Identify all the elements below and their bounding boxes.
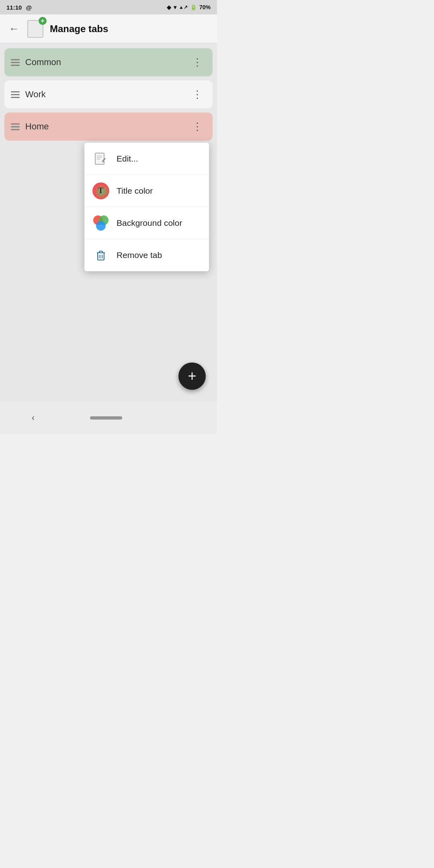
edit-icon (92, 150, 109, 167)
title-color-icon: T (92, 182, 109, 199)
trash-icon (92, 247, 109, 264)
menu-label-background-color: Background color (117, 218, 182, 228)
bg-color-icon (92, 215, 109, 231)
menu-label-title-color: Title color (117, 186, 153, 196)
svg-rect-0 (95, 153, 104, 164)
menu-item-remove-tab[interactable]: Remove tab (84, 239, 209, 271)
context-menu: Edit... T Title color Background color (84, 143, 209, 271)
menu-label-remove-tab: Remove tab (117, 250, 162, 260)
menu-item-edit[interactable]: Edit... (84, 143, 209, 175)
menu-item-background-color[interactable]: Background color (84, 207, 209, 239)
menu-label-edit: Edit... (117, 154, 138, 164)
menu-item-title-color[interactable]: T Title color (84, 175, 209, 207)
